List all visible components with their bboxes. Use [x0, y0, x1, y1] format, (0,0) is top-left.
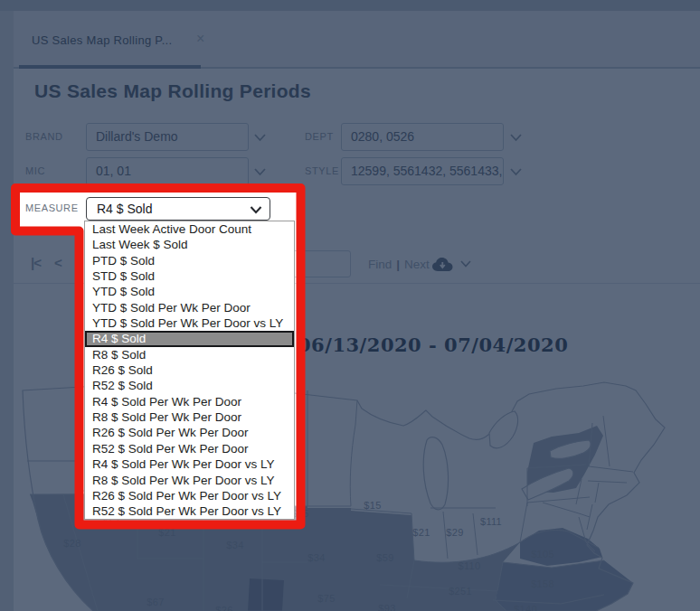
brand-chevron-down-icon[interactable]	[254, 134, 266, 142]
app-window: $51$28$21$34$67$26$45$15$21$29$111$34$59…	[0, 0, 700, 611]
mic-label: MIC	[25, 165, 45, 176]
map-value-label: $251	[449, 586, 472, 597]
measure-option[interactable]: R4 $ Sold Per Wk Per Door	[85, 394, 294, 409]
style-chevron-down-icon[interactable]	[510, 168, 522, 176]
report-date-range-title: 06/13/2020 - 07/04/2020	[298, 334, 568, 356]
map-value-label: $21	[412, 527, 430, 538]
mic-chevron-down-icon[interactable]	[254, 168, 266, 176]
map-value-label: $15	[364, 500, 381, 511]
map-value-label: $140	[514, 604, 537, 611]
map-value-label: $28	[63, 538, 80, 549]
tab-bar: US Sales Map Rolling P... ×	[14, 11, 700, 69]
measure-option[interactable]: R52 $ Sold	[85, 378, 294, 393]
map-value-label: $59	[376, 552, 393, 563]
map-value-label: $158	[531, 578, 554, 589]
dept-label: DEPT	[305, 131, 334, 142]
dept-field[interactable]: 0280, 0526	[341, 123, 504, 151]
measure-option[interactable]: YTD $ Sold Per Wk Per Door	[85, 300, 294, 315]
measure-option[interactable]: Last Week Active Door Count	[85, 221, 294, 237]
measure-option[interactable]: R4 $ Sold	[85, 331, 294, 346]
measure-option[interactable]: YTD $ Sold Per Wk Per Door vs LY	[85, 315, 294, 331]
first-page-button[interactable]: |<	[31, 255, 41, 270]
tab-close-icon[interactable]: ×	[196, 31, 204, 47]
measure-label: MEASURE	[25, 202, 79, 213]
brand-field[interactable]: Dillard's Demo	[86, 123, 249, 151]
measure-option[interactable]: R52 $ Sold Per Wk Per Door vs LY	[85, 503, 294, 519]
measure-option[interactable]: R52 $ Sold Per Wk Per Door	[85, 441, 294, 456]
tab-us-sales-map[interactable]: US Sales Map Rolling P... ×	[19, 11, 214, 67]
tab-label: US Sales Map Rolling P...	[32, 33, 172, 47]
find-next-controls: Find|Next	[368, 258, 434, 271]
measure-select[interactable]: R4 $ Sold	[86, 197, 270, 221]
next-link[interactable]: Next	[404, 258, 430, 271]
dept-chevron-down-icon[interactable]	[510, 134, 522, 142]
mic-field[interactable]: 01, 01	[86, 157, 249, 185]
map-value-label: $34	[226, 540, 243, 550]
map-value-label: $67	[147, 597, 164, 607]
measure-option[interactable]: R26 $ Sold Per Wk Per Door vs LY	[85, 488, 294, 503]
measure-option[interactable]: R8 $ Sold Per Wk Per Door vs LY	[85, 473, 294, 488]
map-value-label: $26	[215, 605, 232, 611]
find-next-separator: |	[396, 258, 400, 271]
measure-option[interactable]: YTD $ Sold	[85, 284, 294, 299]
map-value-label: $29	[446, 527, 463, 538]
prev-page-button[interactable]: <	[54, 255, 61, 270]
map-value-label: $93	[378, 603, 395, 611]
find-link[interactable]: Find	[368, 258, 392, 271]
measure-option[interactable]: PTD $ Sold	[85, 253, 294, 268]
measure-chevron-down-icon	[250, 206, 262, 214]
measure-option[interactable]: R26 $ Sold Per Wk Per Door	[85, 425, 294, 440]
export-chevron-down-icon[interactable]	[460, 260, 471, 268]
measure-selected-value: R4 $ Sold	[97, 202, 152, 216]
map-value-label: $34	[307, 552, 325, 563]
measure-option[interactable]: R8 $ Sold Per Wk Per Door	[85, 409, 294, 425]
export-cloud-icon[interactable]	[430, 254, 458, 276]
active-tab-underline	[19, 65, 201, 69]
map-value-label: $105	[531, 549, 554, 559]
measure-option[interactable]: STD $ Sold	[85, 268, 294, 284]
map-value-label: $111	[480, 516, 502, 527]
measure-option[interactable]: R26 $ Sold	[85, 362, 294, 378]
brand-label: BRAND	[25, 131, 63, 142]
style-label: STYLE	[305, 165, 339, 176]
measure-option[interactable]: R4 $ Sold Per Wk Per Door vs LY	[85, 456, 294, 472]
measure-option[interactable]: R8 $ Sold	[85, 347, 294, 362]
map-value-label: $110	[459, 560, 481, 571]
page-title: US Sales Map Rolling Periods	[34, 80, 311, 102]
map-value-label: $21	[158, 527, 175, 538]
measure-options-list[interactable]: Last Week Active Door CountLast Week $ S…	[84, 221, 295, 520]
measure-option[interactable]: Last Week $ Sold	[85, 237, 294, 252]
style-field[interactable]: 12599, 5561432, 5561433, 55	[341, 157, 504, 185]
map-value-label: $75	[317, 593, 335, 604]
